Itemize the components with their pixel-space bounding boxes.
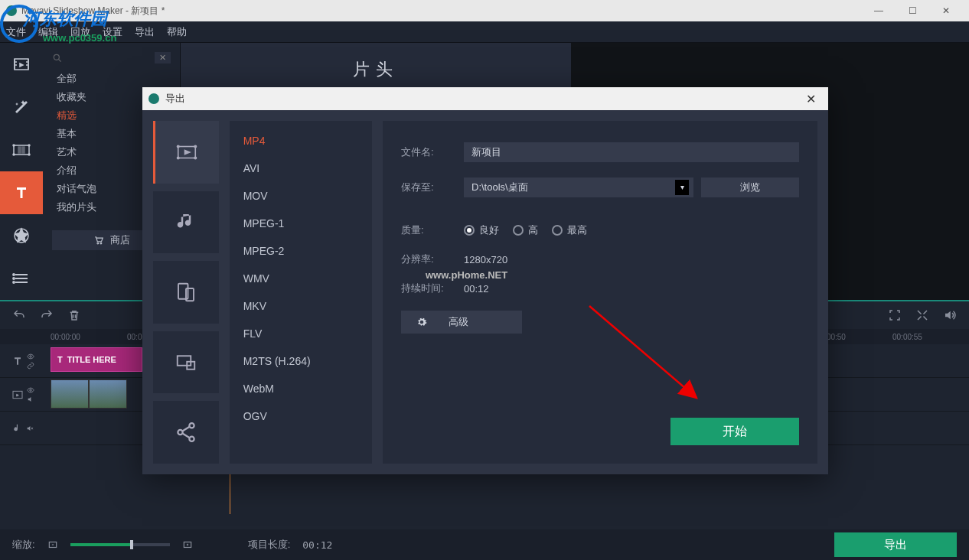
format-item[interactable]: MOV: [230, 182, 372, 210]
format-item[interactable]: OGV: [230, 402, 372, 430]
format-item[interactable]: M2TS (H.264): [230, 347, 372, 375]
quality-label: 质量:: [401, 223, 464, 237]
export-dialog: 导出 ✕ MP4AVIMOVMPEG-1MPEG-2WMVMKVFLVM2TS …: [142, 87, 828, 474]
format-item[interactable]: MPEG-2: [230, 237, 372, 265]
browse-button[interactable]: 浏览: [701, 177, 799, 197]
format-item[interactable]: AVI: [230, 155, 372, 182]
format-item[interactable]: MKV: [230, 292, 372, 320]
export-tab-tv[interactable]: [153, 331, 219, 394]
quality-radio[interactable]: 良好: [464, 223, 499, 237]
duration-value: 00:12: [464, 283, 489, 295]
center-watermark: www.pHome.NET: [426, 269, 507, 281]
format-item[interactable]: WebM: [230, 375, 372, 402]
resolution-value: 1280x720: [464, 254, 507, 265]
svg-point-21: [178, 157, 180, 159]
svg-point-20: [194, 145, 197, 148]
svg-point-19: [178, 145, 180, 148]
start-button[interactable]: 开始: [670, 418, 799, 445]
svg-point-22: [194, 157, 197, 159]
format-item[interactable]: FLV: [230, 320, 372, 347]
dialog-close-button[interactable]: ✕: [799, 92, 822, 106]
format-item[interactable]: MP4: [230, 127, 372, 155]
export-tab-video[interactable]: [153, 121, 219, 184]
dialog-title: 导出: [165, 92, 799, 106]
filename-input[interactable]: [464, 142, 799, 162]
export-tab-audio[interactable]: [153, 191, 219, 254]
filename-label: 文件名:: [401, 145, 464, 159]
resolution-label: 分辨率:: [401, 252, 464, 266]
format-item[interactable]: MPEG-1: [230, 210, 372, 237]
quality-radio[interactable]: 高: [513, 223, 538, 237]
export-settings: 文件名: 保存至: D:\tools\桌面 浏览 质量: 良好高最高 分辨率: …: [383, 121, 817, 464]
format-item[interactable]: WMV: [230, 265, 372, 292]
dialog-icon: [148, 93, 159, 104]
export-tab-devices[interactable]: [153, 261, 219, 324]
saveto-select[interactable]: D:\tools\桌面: [464, 177, 693, 197]
export-tab-share[interactable]: [153, 401, 219, 464]
gear-icon: [416, 317, 427, 327]
format-list: MP4AVIMOVMPEG-1MPEG-2WMVMKVFLVM2TS (H.26…: [230, 121, 372, 464]
duration-label: 持续时间:: [401, 282, 464, 295]
saveto-label: 保存至:: [401, 181, 464, 194]
advanced-button[interactable]: 高级: [401, 311, 522, 334]
quality-radio[interactable]: 最高: [552, 223, 587, 237]
svg-rect-25: [178, 356, 191, 366]
